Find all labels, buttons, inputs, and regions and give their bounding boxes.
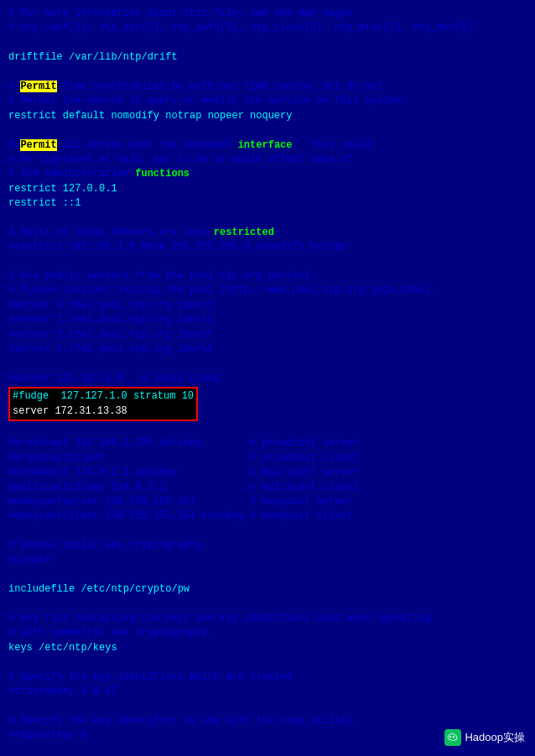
line-blank-11 [8, 655, 527, 670]
line-fudge: #fudge 127.127.1.0 stratum 10 [13, 389, 194, 404]
line-restrict-default: restrict default nomodify notrap nopeer … [8, 109, 527, 123]
line-restrict-192: #restrict 192.168.1.0 mask 255.255.255.0… [8, 240, 527, 254]
line-broadcast1: #broadcast 192.168.1.255 autokey # broad… [8, 436, 527, 451]
line-blank-3 [8, 123, 527, 138]
line-tightened: # be tightened as well, but to do so wou… [8, 153, 527, 167]
line-multicastclient: #multicastclient 224.0.1.1 # multicast c… [8, 481, 527, 495]
line-blank-6 [8, 357, 527, 371]
wechat-icon [444, 729, 461, 746]
line-manycastserver: #manycastserver 239.255.255.254 # manyca… [8, 495, 527, 509]
line-blank-9 [8, 568, 527, 582]
line-enable-crypto: # Enable public key cryptography. [8, 539, 527, 553]
line-2: # ntp.conf(5), ntp_acc(5), ntp_auth(5), … [8, 21, 527, 35]
line-blank-1 [8, 36, 527, 50]
permit-highlight-1: Permit [20, 81, 56, 92]
line-permit2: # Permit the source to query or modify t… [8, 94, 527, 108]
line-blank-12 [8, 699, 527, 713]
watermark-text: Hadoop实操 [465, 730, 525, 745]
line-manycastclient: #manycastclient 239.255.255.254 autokey … [8, 509, 527, 524]
line-broadcast2: #broadcast 224.0.1.1 autokey # multicast… [8, 466, 527, 480]
line-admin-functions: # the administrative functions. [8, 167, 527, 181]
line-key-file2: # with symmetric key cryptography. [8, 626, 527, 640]
line-blank-8 [8, 524, 527, 539]
permit-highlight-2: Permit [20, 139, 56, 151]
line-server0: #server 0.rhel.pool.ntp.org iburst [8, 299, 527, 313]
line-blank-10 [8, 597, 527, 612]
line-trusted1: # Specify the key identifiers which are … [8, 670, 527, 685]
line-permit1: # Permit time synchronization with our t… [8, 80, 527, 94]
line-crypto: #crypto [8, 553, 527, 567]
line-blank-7 [8, 422, 527, 436]
line-driftfile: driftfile /var/lib/ntp/drift [8, 50, 527, 65]
watermark: Hadoop实操 [444, 729, 525, 746]
line-server1: #server 1.rhel.pool.ntp.org iburst [8, 313, 527, 327]
line-hosts-local: # Hosts on local network are less restri… [8, 226, 527, 240]
terminal: # For more information about this file, … [0, 0, 535, 756]
line-blank-4 [8, 211, 527, 225]
line-broadcastclient: #broadcastclient # broadcast client [8, 451, 527, 466]
svg-point-0 [449, 736, 451, 738]
line-server2: #server 2.rhel.pool.ntp.org iburst [8, 328, 527, 342]
line-restrict-ipv6: restrict ::1 [8, 196, 527, 211]
line-keys: keys /etc/ntp/keys [8, 641, 527, 655]
line-trustedkey: #trustedkey 4 8 42 [8, 685, 527, 699]
line-public-servers: # Use public servers from the pool.ntp.o… [8, 269, 527, 284]
line-consider-joining: # Please consider joining the pool (http… [8, 284, 527, 298]
line-blank-5 [8, 255, 527, 269]
line-key-file1: # Key file containing the keys and key i… [8, 612, 527, 626]
line-ntpq1: # Specify the key identifier to use with… [8, 714, 527, 728]
line-includefile: includefile /etc/ntp/crypto/pw [8, 582, 527, 597]
line-loopback: # Permit all access over the loopback in… [8, 138, 527, 153]
line-blank-2 [8, 65, 527, 80]
svg-point-1 [453, 736, 454, 738]
selected-block: #fudge 127.127.1.0 stratum 10 server 172… [8, 387, 198, 421]
line-server3: #server 3.rhel.pool.ntp.org iburst [8, 342, 527, 357]
line-1: # For more information about this file, … [8, 7, 527, 21]
line-local-clock: #server 127.127.1.0 # local clock [8, 372, 527, 386]
line-restrict-127: restrict 127.0.0.1 [8, 182, 527, 196]
line-server-ip: server 172.31.13.38 [13, 404, 194, 419]
